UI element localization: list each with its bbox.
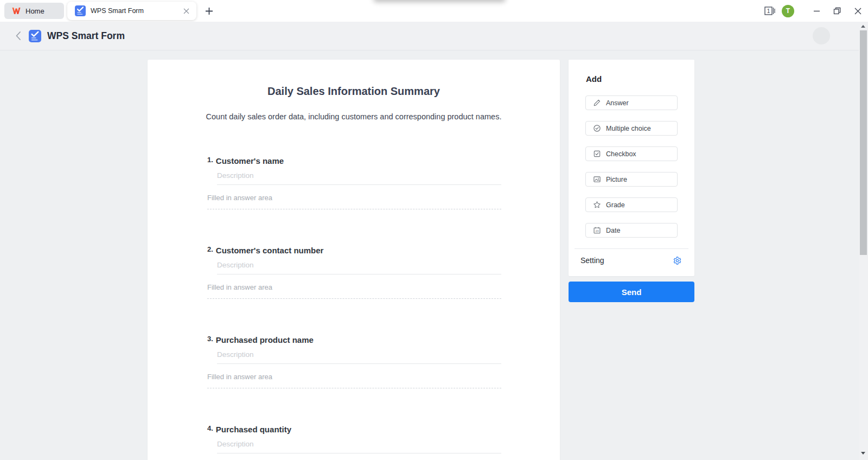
send-button[interactable]: Send — [569, 282, 694, 302]
question-description-placeholder[interactable]: Description — [217, 261, 501, 274]
question-title[interactable]: Purchased quantity — [216, 425, 291, 435]
question-title[interactable]: Customer's contact number — [216, 246, 324, 255]
question-description-placeholder[interactable]: Description — [217, 350, 501, 364]
form-title[interactable]: Daily Sales Information Summary — [148, 85, 560, 98]
main-area: Daily Sales Information Summary Count da… — [0, 50, 868, 460]
setting-row: Setting — [580, 255, 682, 265]
add-answer-button[interactable]: Answer — [585, 95, 678, 110]
question-title[interactable]: Customer's name — [216, 156, 284, 166]
question-head: 3. Purchased product name — [207, 335, 501, 345]
pencil-icon — [593, 99, 601, 107]
field-type-label: Answer — [606, 99, 629, 107]
scrollbar-thumb[interactable] — [860, 30, 867, 255]
checkbox-icon — [593, 150, 601, 158]
add-date-button[interactable]: 23 Date — [585, 223, 678, 238]
titlebar: Home WPS Smart Form 1 T — [0, 0, 868, 22]
question-title[interactable]: Purchased product name — [216, 335, 314, 345]
tab-smart-form[interactable]: WPS Smart Form — [67, 2, 196, 20]
calendar-day-number: 23 — [595, 229, 598, 233]
field-type-buttons: Answer Multiple choice Checkbox Picture — [585, 95, 678, 238]
field-type-label: Date — [606, 227, 620, 234]
question-number: 3. — [207, 335, 213, 343]
scrollbar-up-arrow-icon[interactable] — [861, 25, 865, 28]
window-minimize-button[interactable] — [806, 0, 827, 22]
app-header: WPS Smart Form — [0, 22, 868, 50]
gear-icon[interactable] — [672, 255, 682, 265]
account-avatar-placeholder[interactable] — [813, 27, 830, 44]
question-item-2[interactable]: 2. Customer's contact number Description… — [207, 246, 501, 299]
add-panel: Add Answer Multiple choice Checkbox — [569, 60, 694, 276]
window-close-button[interactable] — [847, 0, 868, 22]
question-number: 4. — [207, 424, 213, 432]
add-grade-button[interactable]: Grade — [585, 197, 678, 212]
scrollbar-down-arrow-icon[interactable] — [861, 452, 865, 455]
add-multiple-choice-button[interactable]: Multiple choice — [585, 121, 678, 136]
question-answer-area[interactable]: Filled in answer area — [207, 194, 501, 209]
tab-close-icon[interactable] — [180, 5, 192, 17]
smart-form-icon — [75, 5, 86, 16]
question-head: 1. Customer's name — [207, 156, 501, 166]
field-type-label: Grade — [606, 201, 625, 209]
user-avatar-initial: T — [786, 7, 790, 15]
star-icon — [593, 201, 601, 209]
circle-check-icon — [593, 124, 601, 132]
page-title: WPS Smart Form — [47, 22, 125, 50]
add-heading: Add — [586, 74, 694, 84]
vertical-scrollbar[interactable] — [859, 22, 868, 460]
question-answer-area[interactable]: Filled in answer area — [207, 373, 501, 388]
back-chevron-icon[interactable] — [12, 30, 24, 42]
question-description-placeholder[interactable]: Description — [217, 171, 501, 185]
add-picture-button[interactable]: Picture — [585, 172, 678, 187]
field-type-label: Multiple choice — [606, 125, 651, 132]
tab-home[interactable]: Home — [4, 3, 64, 19]
window-restore-button[interactable] — [827, 0, 847, 22]
question-list: 1. Customer's name Description Filled in… — [148, 156, 560, 453]
tab-list-icon[interactable]: 1 — [763, 4, 777, 18]
new-tab-plus-icon[interactable] — [202, 4, 216, 18]
form-document: Daily Sales Information Summary Count da… — [148, 60, 560, 460]
wps-logo-icon — [12, 7, 21, 15]
question-item-1[interactable]: 1. Customer's name Description Filled in… — [207, 156, 501, 209]
form-subtitle[interactable]: Count daily sales order data, including … — [148, 112, 560, 122]
field-type-label: Picture — [606, 176, 627, 183]
question-number: 2. — [207, 245, 213, 253]
calendar-icon: 23 — [593, 226, 601, 234]
question-item-3[interactable]: 3. Purchased product name Description Fi… — [207, 335, 501, 388]
question-head: 4. Purchased quantity — [207, 425, 501, 435]
user-avatar[interactable]: T — [782, 5, 794, 17]
tab-count-number: 1 — [767, 8, 770, 14]
field-type-label: Checkbox — [606, 150, 636, 158]
titlebar-right-controls: 1 T — [763, 0, 868, 22]
tab-smart-form-label: WPS Smart Form — [91, 7, 175, 15]
picture-icon — [593, 175, 601, 183]
setting-label: Setting — [580, 256, 604, 265]
tab-home-label: Home — [25, 7, 44, 15]
question-description-placeholder[interactable]: Description — [217, 440, 501, 453]
question-item-4[interactable]: 4. Purchased quantity Description — [207, 425, 501, 453]
question-number: 1. — [207, 156, 213, 164]
question-head: 2. Customer's contact number — [207, 246, 501, 255]
smart-form-icon — [29, 30, 41, 42]
add-checkbox-button[interactable]: Checkbox — [585, 146, 678, 161]
question-answer-area[interactable]: Filled in answer area — [207, 283, 501, 299]
panel-divider — [575, 248, 688, 249]
